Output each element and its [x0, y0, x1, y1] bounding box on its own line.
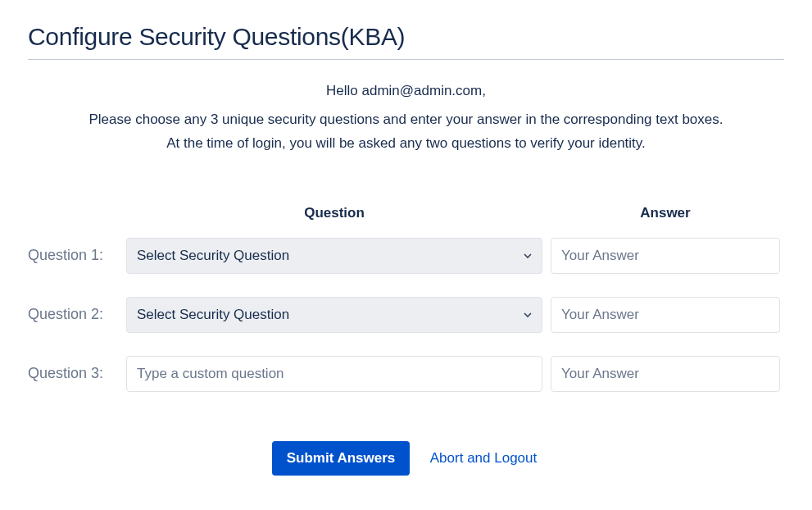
answer-3-input[interactable]: [551, 356, 780, 392]
instructions-line-1: Please choose any 3 unique security ques…: [28, 108, 784, 132]
question-1-label: Question 1:: [28, 247, 126, 264]
question-row-2: Question 2: Select Security Question: [28, 297, 784, 333]
abort-and-logout-link[interactable]: Abort and Logout: [427, 441, 540, 476]
title-divider: [28, 59, 784, 60]
answer-1-input[interactable]: [551, 238, 780, 274]
question-row-3: Question 3:: [28, 356, 784, 392]
submit-answers-button[interactable]: Submit Answers: [272, 441, 411, 476]
action-bar: Submit Answers Abort and Logout: [28, 441, 784, 476]
question-1-select[interactable]: Select Security Question: [126, 238, 542, 274]
question-header: Question: [126, 205, 542, 221]
question-2-label: Question 2:: [28, 306, 126, 323]
answer-header: Answer: [551, 205, 780, 221]
answer-2-input[interactable]: [551, 297, 780, 333]
greeting-text: Hello admin@admin.com,: [28, 80, 784, 103]
instructions-line-2: At the time of login, you will be asked …: [28, 132, 784, 156]
question-2-select[interactable]: Select Security Question: [126, 297, 542, 333]
question-row-1: Question 1: Select Security Question: [28, 238, 784, 274]
column-headers: Question Answer: [28, 205, 784, 221]
question-3-label: Question 3:: [28, 365, 126, 382]
question-3-custom-input[interactable]: [126, 356, 542, 392]
page-title: Configure Security Questions(KBA): [28, 23, 784, 51]
intro-block: Hello admin@admin.com, Please choose any…: [28, 80, 784, 156]
